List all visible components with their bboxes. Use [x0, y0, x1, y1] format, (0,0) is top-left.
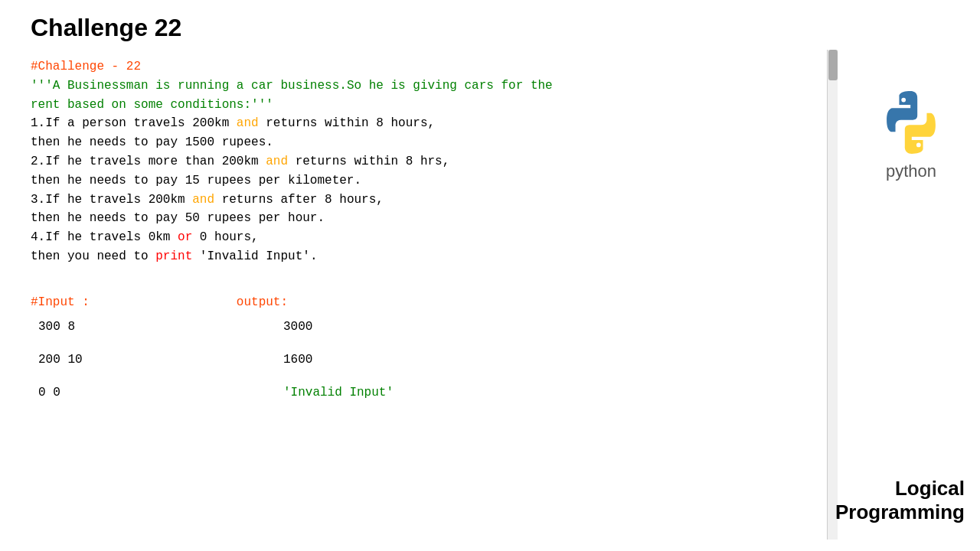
io-header: #Input : output:	[31, 293, 812, 312]
code-line-9: then he needs to pay 50 rupees per hour.	[31, 209, 812, 228]
code-line-11: then you need to print 'Invalid Input'.	[31, 247, 812, 266]
code-line-5: then he needs to pay 1500 rupees.	[31, 133, 812, 152]
io-output-3: 'Invalid Input'	[283, 383, 394, 403]
code-line-8: 3.If he travels 200km and returns after …	[31, 191, 812, 210]
code-line-2: '''A Businessman is running a car busine…	[31, 77, 812, 96]
right-panel: python Logical Programming	[827, 50, 980, 540]
code-line-10: 4.If he travels 0km or 0 hours,	[31, 228, 812, 247]
io-section: #Input : output: 300 8 3000 200 10 1600	[31, 293, 812, 403]
io-input-3: 0 0	[38, 383, 283, 403]
code-line-4: 1.If a person travels 200km and returns …	[31, 114, 812, 133]
io-input-2: 200 10	[38, 350, 283, 370]
io-input-1: 300 8	[38, 318, 283, 337]
scrollbar[interactable]	[827, 50, 838, 540]
page-title: Challenge 22	[31, 14, 181, 41]
io-output-2: 1600	[283, 350, 312, 370]
code-line-1: #Challenge - 22	[31, 57, 812, 77]
code-line-6: 2.If he travels more than 200km and retu…	[31, 152, 812, 171]
code-line-7: then he needs to pay 15 rupees per kilom…	[31, 171, 812, 191]
code-blank	[31, 266, 812, 285]
io-row-2: 200 10 1600	[38, 350, 812, 370]
python-label: python	[886, 161, 936, 181]
io-table: 300 8 3000 200 10 1600 0 0 'Invalid Inpu…	[31, 318, 812, 402]
io-row-1: 300 8 3000	[38, 318, 812, 337]
bottom-label: Logical Programming	[827, 477, 965, 524]
code-area: #Challenge - 22 '''A Businessman is runn…	[0, 50, 827, 540]
python-logo-icon	[877, 88, 946, 157]
io-row-3: 0 0 'Invalid Input'	[38, 383, 812, 403]
code-line-3: rent based on some conditions:'''	[31, 96, 812, 115]
io-output-1: 3000	[283, 318, 312, 337]
python-logo-container: python	[877, 88, 946, 181]
svg-point-0	[901, 98, 906, 103]
scrollbar-thumb[interactable]	[828, 50, 838, 80]
svg-point-1	[916, 143, 921, 148]
